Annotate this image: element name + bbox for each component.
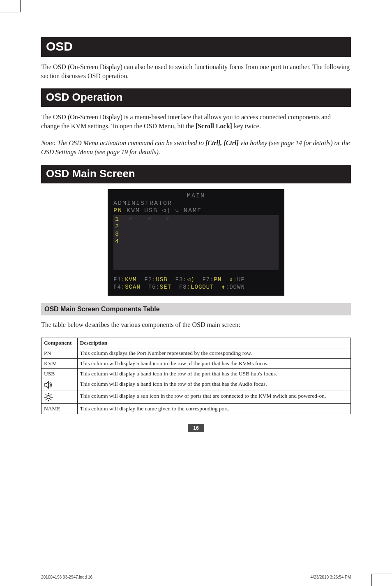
footer-file-info: 201004198 93-2947.indd 16 (41, 575, 92, 579)
table-row: NAME This column will display the name g… (42, 403, 351, 414)
osd-f2-value: USB (156, 276, 167, 283)
crop-mark-bottom-right (371, 574, 392, 586)
osd-f6-label: F6 (148, 284, 156, 290)
section-heading-osd-main-screen: OSD Main Screen (41, 165, 351, 183)
cell-description: This column will display a hand icon in … (77, 358, 350, 368)
osd-down-icon: ⇟ (221, 284, 225, 290)
osd-f8-label: F8 (179, 284, 187, 290)
osd-f1-label: F1 (113, 276, 121, 283)
osd-port-row-1: 1 ☞ ☞ ☞ (115, 216, 277, 223)
osd-port-number: 1 (115, 216, 120, 223)
osd-operation-paragraph-1: The OSD (On-Screen Display) is a menu-ba… (41, 113, 351, 130)
osd-port-number: 3 (115, 231, 277, 238)
section-heading-osd-operation: OSD Operation (41, 88, 351, 107)
osd-port-number: 4 (115, 238, 277, 246)
print-footer-metadata: 201004198 93-2947.indd 16 4/23/2010 3:26… (41, 575, 351, 579)
table-row: This column will display a sun icon in t… (42, 391, 351, 403)
table-row: This column will display a hand icon in … (42, 379, 351, 391)
osd-user-line: ADMINISTRATOR (113, 200, 279, 207)
osd-f3-value: ◁) (187, 276, 195, 283)
svg-line-6 (51, 399, 51, 400)
section-heading-osd: OSD (41, 37, 351, 57)
svg-line-7 (51, 394, 51, 395)
osd-f2-label: F2 (144, 276, 152, 283)
page-number-badge: 16 (188, 424, 204, 432)
text-fragment: key twice. (232, 123, 261, 130)
osd-f4-value: SCAN (125, 284, 141, 290)
table-row: KVM This column will display a hand icon… (42, 358, 351, 368)
components-table-heading: OSD Main Screen Components Table (41, 303, 351, 315)
cell-component: KVM (42, 358, 78, 368)
osd-footer: F1:KVM F2:USB F3:◁) F7:PN ⇞:UP F4:SCAN F… (113, 276, 279, 291)
osd-footer-line-2: F4:SCAN F6:SET F8:LOGOUT ⇟:DOWN (113, 283, 279, 291)
osd-col-pn: PN (113, 207, 122, 215)
osd-f6-value: SET (160, 284, 171, 290)
osd-title: MAIN (113, 192, 279, 200)
col-header-description: Description (77, 338, 350, 348)
cell-description: This column will display a hand icon in … (77, 368, 350, 379)
osd-column-headers: PN KVM USB ◁) ☼ NAME (113, 207, 279, 215)
hand-icon: ☞ (129, 216, 134, 223)
hand-icon: ☞ (148, 216, 154, 223)
cell-component: USB (42, 368, 78, 379)
svg-line-5 (46, 394, 46, 395)
table-header-row: Component Description (42, 338, 351, 348)
components-table-intro: The table below describes the various co… (41, 320, 351, 329)
cell-description: This column will display the name given … (77, 403, 350, 414)
osd-col-kvm: KVM (127, 207, 140, 215)
osd-col-audio-icon: ◁) (162, 207, 171, 215)
osd-f3-label: F3 (175, 276, 183, 283)
text-fragment: Note: The OSD Menu activation command ca… (41, 139, 205, 146)
osd-f4-label: F4 (113, 284, 121, 290)
osd-port-list: 1 ☞ ☞ ☞ 2 3 4 (113, 215, 279, 270)
table-row: USB This column will display a hand icon… (42, 368, 351, 379)
crop-mark-top-left (0, 0, 21, 12)
osd-col-usb: USB (144, 207, 158, 215)
text-fragment: The OSD (On-Screen Display) is a menu-ba… (41, 113, 331, 130)
osd-footer-line-1: F1:KVM F2:USB F3:◁) F7:PN ⇞:UP (113, 276, 279, 283)
components-table: Component Description PN This column dis… (41, 338, 351, 414)
osd-f7-label: F7 (202, 276, 210, 283)
osd-col-sun-icon: ☼ (175, 207, 180, 215)
osd-intro-paragraph: The OSD (On-Screen Display) can also be … (41, 63, 351, 80)
osd-up-value: UP (237, 276, 245, 283)
sun-icon (44, 393, 53, 402)
scroll-lock-key-label: [Scroll Lock] (196, 123, 232, 130)
osd-col-name: NAME (184, 207, 202, 215)
cell-component: NAME (42, 403, 78, 414)
footer-timestamp: 4/23/2010 3:26:54 PM (311, 575, 351, 579)
osd-f1-value: KVM (125, 276, 136, 283)
ctrl-ctrl-key-label: [Ctrl], [Ctrl] (205, 139, 239, 146)
osd-up-icon: ⇞ (229, 276, 233, 283)
osd-f7-value: PN (214, 276, 222, 283)
svg-point-0 (47, 396, 50, 399)
svg-line-8 (46, 399, 46, 400)
cell-component-speaker-icon (42, 379, 78, 391)
cell-description: This column displays the Port Number rep… (77, 348, 350, 358)
page-content: OSD The OSD (On-Screen Display) can also… (0, 0, 392, 449)
cell-component-sun-icon (42, 391, 78, 403)
osd-f8-value: LOGOUT (191, 284, 214, 290)
cell-component: PN (42, 348, 78, 358)
osd-port-number: 2 (115, 223, 277, 231)
col-header-component: Component (42, 338, 78, 348)
osd-down-value: DOWN (229, 284, 245, 290)
cell-description: This column will display a hand icon in … (77, 379, 350, 391)
osd-operation-note: Note: The OSD Menu activation command ca… (41, 139, 351, 156)
hand-icon: ☞ (166, 216, 171, 223)
osd-main-screen-screenshot: MAIN ADMINISTRATOR PN KVM USB ◁) ☼ NAME … (108, 189, 284, 296)
table-row: PN This column displays the Port Number … (42, 348, 351, 358)
speaker-icon (44, 381, 53, 389)
cell-description: This column will display a sun icon in t… (77, 391, 350, 403)
